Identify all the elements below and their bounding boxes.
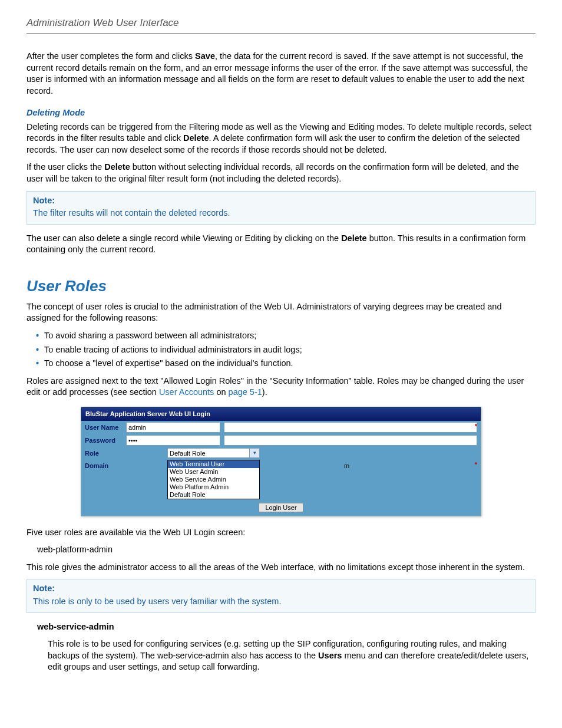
role1-name: web-platform-admin [27, 544, 535, 556]
login-button[interactable]: Login User [259, 503, 303, 512]
roles-bullet-list: To avoid sharing a password between all … [27, 330, 535, 370]
deleting-p3: The user can also delete a single record… [27, 233, 535, 256]
role-option-default[interactable]: Default Role [168, 491, 259, 499]
roles-bullet-3: To choose a "level of expertise" based o… [36, 358, 535, 370]
login-row-domain: Domain Web Terminal User Web User Admin … [81, 459, 481, 500]
roles-bullet-1: To avoid sharing a password between all … [36, 330, 535, 342]
login-figure: BluStar Application Server Web UI Login … [81, 407, 481, 516]
login-title: BluStar Application Server Web UI Login [81, 407, 481, 421]
deleting-p2: If the user clicks the Delete button wit… [27, 162, 535, 185]
login-label-domain: Domain [85, 460, 167, 470]
role2-name: web-service-admin [27, 621, 535, 633]
login-row-role: Role Default Role ▾ [81, 447, 481, 459]
login-input-username-extra[interactable] [224, 422, 477, 433]
required-star-domain: * [475, 460, 477, 469]
login-select-role[interactable]: Default Role ▾ [167, 448, 260, 458]
five-roles-para: Five user roles are available via the We… [27, 527, 535, 539]
chevron-down-icon[interactable]: ▾ [250, 448, 260, 458]
role-dropdown-list[interactable]: Web Terminal User Web User Admin Web Ser… [167, 460, 260, 499]
role-option-platform-admin[interactable]: Web Platform Admin [168, 483, 259, 491]
intro-paragraph: After the user completes the form and cl… [27, 51, 535, 97]
link-page-5-1[interactable]: page 5-1 [229, 387, 262, 397]
login-row-password: Password [81, 434, 481, 447]
user-roles-heading: User Roles [27, 276, 535, 297]
role1-desc: This role gives the administrator access… [27, 562, 535, 574]
deleting-p2-a: If the user clicks the [27, 162, 104, 172]
note-label-2: Note: [33, 583, 529, 595]
login-label-username: User Name [85, 422, 126, 432]
roles-assign-end: ). [262, 387, 267, 397]
role-option-service-admin[interactable]: Web Service Admin [168, 476, 259, 483]
roles-assign-mid: on [214, 387, 228, 397]
deleting-p1-bold: Delete [183, 133, 209, 143]
roles-assign-para: Roles are assigned next to the text "All… [27, 375, 535, 398]
login-button-row: Login User [81, 500, 481, 516]
role-option-terminal-user[interactable]: Web Terminal User [168, 460, 259, 468]
role-option-user-admin[interactable]: Web User Admin [168, 468, 259, 476]
role2-bold-users: Users [318, 651, 342, 660]
deleting-heading: Deleting Mode [27, 107, 535, 119]
login-input-password[interactable] [126, 435, 220, 446]
login-input-password-extra[interactable] [224, 435, 477, 446]
note-box-2: Note: This role is only to be used by us… [27, 579, 535, 612]
deleting-p2-bold: Delete [104, 162, 130, 172]
deleting-p1: Deleting records can be triggered from t… [27, 121, 535, 156]
login-row-username: User Name * [81, 421, 481, 434]
required-star-username: * [475, 422, 477, 431]
roles-bullet-2: To enable tracing of actions to individu… [36, 344, 535, 356]
header-title: Administration Web User Interface [27, 17, 179, 28]
role2-desc: This role is to be used for configuring … [27, 638, 535, 673]
login-label-role: Role [85, 448, 167, 458]
domain-field-trail: m [344, 462, 349, 470]
note-text-2: This role is only to be used by users ve… [33, 596, 529, 608]
link-user-accounts[interactable]: User Accounts [159, 387, 214, 397]
note-label-1: Note: [33, 195, 529, 207]
deleting-p3-bold: Delete [341, 233, 367, 243]
login-select-role-display: Default Role [167, 448, 250, 458]
deleting-p3-a: The user can also delete a single record… [27, 233, 341, 243]
note-text-1: The filter results will not contain the … [33, 207, 529, 219]
roles-intro: The concept of user roles is crucial to … [27, 301, 535, 324]
note-box-1: Note: The filter results will not contai… [27, 191, 535, 225]
roles-assign-a: Roles are assigned next to the text "All… [27, 376, 524, 397]
intro-text-a: After the user completes the form and cl… [27, 51, 195, 61]
login-input-username[interactable] [126, 422, 220, 433]
page-header: Administration Web User Interface [27, 17, 535, 34]
intro-bold-save: Save [195, 51, 215, 61]
login-label-password: Password [85, 435, 126, 445]
